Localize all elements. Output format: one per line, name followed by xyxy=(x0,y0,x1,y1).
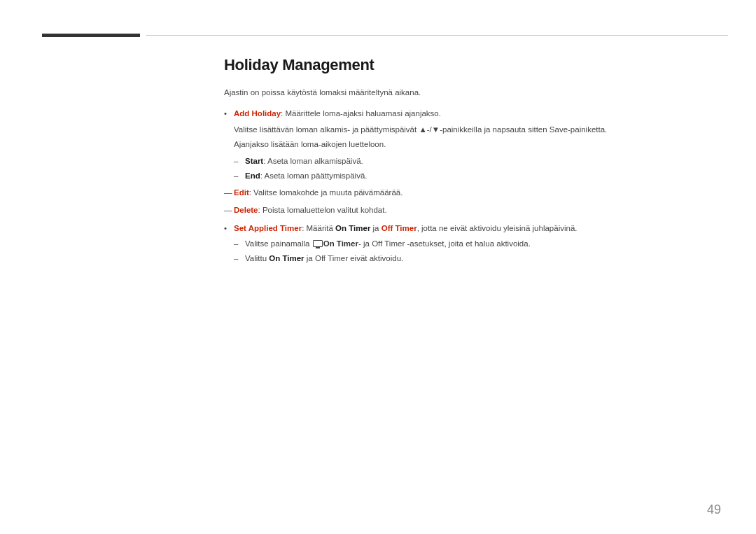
set-applied-timer-middle: ja xyxy=(370,224,381,232)
delete-text: : Poista lomaluettelon valitut kohdat. xyxy=(258,206,387,214)
save-label: Save xyxy=(550,125,568,134)
bullet-set-applied-timer: Set Applied Timer: Määritä On Timer ja O… xyxy=(224,222,700,234)
top-bar-accent xyxy=(42,34,140,37)
delete-label: Delete xyxy=(234,206,258,214)
em-dash-delete: Delete: Poista lomaluettelon valitut koh… xyxy=(224,204,700,216)
off-timer-dash-1: Off Timer xyxy=(372,239,405,248)
intro-text: Ajastin on poissa käytöstä lomaksi määri… xyxy=(224,87,700,99)
bullet-add-holiday: Add Holiday: Määrittele loma-ajaksi halu… xyxy=(224,107,700,120)
off-timer-label-1: Off Timer xyxy=(382,224,417,232)
sub-text-save: Valitse lisättävän loman alkamis- ja pää… xyxy=(234,123,700,136)
dash-valittu: Valittu On Timer ja Off Timer eivät akti… xyxy=(224,252,700,265)
on-timer-dash-2: On Timer xyxy=(269,254,304,262)
em-dash-edit: Edit: Valitse lomakohde ja muuta päivämä… xyxy=(224,186,700,199)
valitse-on-timer: On Timer xyxy=(323,239,358,248)
valitse-text-end: -asetukset, joita et halua aktivoida. xyxy=(405,239,531,248)
page-number: 49 xyxy=(707,503,721,517)
add-holiday-dash-list: Start: Aseta loman alkamispäivä. End: As… xyxy=(224,155,700,182)
end-label: End xyxy=(245,171,260,180)
set-applied-timer-end: , jotta ne eivät aktivoidu yleisinä juhl… xyxy=(417,224,578,232)
page-container: Holiday Management Ajastin on poissa käy… xyxy=(0,0,756,534)
main-content: Holiday Management Ajastin on poissa käy… xyxy=(224,56,700,492)
sub-text-save-end: -painiketta. xyxy=(568,125,607,134)
valittu-text2: ja xyxy=(304,254,315,262)
off-timer-dash-2: Off Timer xyxy=(315,254,348,262)
valittu-text-end: eivät aktivoidu. xyxy=(348,254,403,262)
valitse-text2: - ja xyxy=(358,239,372,248)
ajanjakso-text: Ajanjakso lisätään loma-aikojen luettelo… xyxy=(234,138,700,150)
start-text: : Aseta loman alkamispäivä. xyxy=(263,157,363,165)
add-holiday-text: : Määrittele loma-ajaksi haluamasi ajanj… xyxy=(281,109,441,118)
edit-label: Edit xyxy=(234,188,249,197)
dash-valitse-painamalla: Valitse painamalla On Timer- ja Off Time… xyxy=(224,237,700,250)
dash-start: Start: Aseta loman alkamispäivä. xyxy=(224,155,700,167)
valittu-text: Valittu xyxy=(245,254,269,262)
set-applied-timer-list: Set Applied Timer: Määritä On Timer ja O… xyxy=(224,222,700,234)
edit-text: : Valitse lomakohde ja muuta päivämäärää… xyxy=(249,188,403,197)
page-title: Holiday Management xyxy=(224,56,700,74)
end-text: : Aseta loman päättymispäivä. xyxy=(260,171,368,180)
monitor-icon xyxy=(313,240,323,247)
valitse-text-before: Valitse painamalla xyxy=(245,239,312,248)
start-label: Start xyxy=(245,157,263,165)
bullet-list: Add Holiday: Määrittele loma-ajaksi halu… xyxy=(224,107,700,182)
top-bar xyxy=(0,34,756,37)
set-applied-timer-dash-list: Valitse painamalla On Timer- ja Off Time… xyxy=(224,237,700,265)
dash-end: End: Aseta loman päättymispäivä. xyxy=(224,169,700,182)
add-holiday-label: Add Holiday xyxy=(234,109,281,118)
set-applied-timer-label: Set Applied Timer xyxy=(234,224,302,232)
sub-text-save-before: Valitse lisättävän loman alkamis- ja pää… xyxy=(234,125,550,134)
top-bar-line xyxy=(146,35,728,36)
on-timer-label-1: On Timer xyxy=(335,224,370,232)
set-applied-timer-text: : Määritä xyxy=(302,224,335,232)
